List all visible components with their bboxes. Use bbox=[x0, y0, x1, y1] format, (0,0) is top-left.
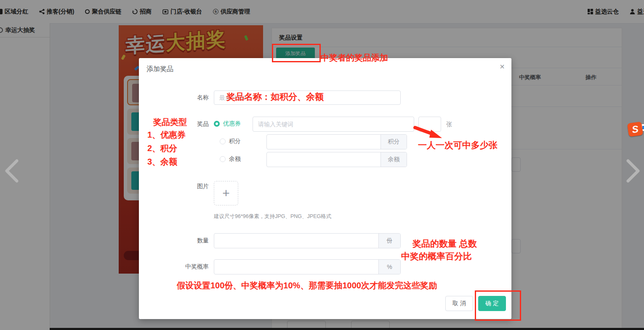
screenshot-tool-badge[interactable]: S bbox=[627, 122, 643, 137]
coupon-keyword-input-wrap bbox=[253, 117, 414, 132]
chevron-right-icon bbox=[625, 159, 641, 183]
quantity-field-label: 数量 bbox=[139, 237, 209, 245]
annotation-type-item: 1、优惠券 bbox=[147, 129, 186, 141]
screen: 区域分红 推客(分销) 聚合供应链 招商 bbox=[0, 0, 644, 330]
annotation-probability-note: 中奖的概率百分比 bbox=[401, 250, 472, 262]
radio-points[interactable] bbox=[220, 138, 226, 144]
annotation-arrow bbox=[413, 125, 445, 140]
image-field-label: 图片 bbox=[139, 183, 209, 190]
annotation-quantity-note: 奖品的数量 总数 bbox=[412, 238, 477, 250]
annotation-type-item: 2、积分 bbox=[147, 143, 177, 154]
coupon-keyword-input[interactable] bbox=[253, 117, 414, 131]
cancel-button[interactable]: 取 消 bbox=[445, 296, 473, 311]
radio-coupon-label[interactable]: 优惠券 bbox=[223, 120, 241, 128]
annotation-name-note: 奖品名称：如积分、余额 bbox=[226, 91, 324, 103]
annotation-per-draw-note: 一人一次可中多少张 bbox=[418, 139, 498, 151]
radio-coupon[interactable] bbox=[214, 121, 220, 127]
carousel-next-button[interactable] bbox=[625, 159, 641, 184]
carousel-prev-button[interactable] bbox=[3, 159, 20, 184]
probability-input[interactable] bbox=[214, 260, 379, 274]
quantity-input[interactable] bbox=[214, 234, 379, 248]
close-icon[interactable]: × bbox=[500, 62, 505, 71]
balance-suffix: 余额 bbox=[381, 152, 407, 167]
annotation-type-title: 奖品类型 bbox=[153, 117, 187, 128]
annotation-rect-confirm-button bbox=[475, 290, 521, 321]
watermark-letter: S bbox=[631, 123, 639, 136]
chevron-left-icon bbox=[3, 159, 20, 183]
watermark-flag-blue bbox=[642, 126, 644, 129]
annotation-type-item: 3、余额 bbox=[147, 156, 177, 168]
image-hint: 建议尺寸96*96像素，支持JPG、PNG、JPEG格式 bbox=[214, 213, 331, 220]
balance-input-wrap: 余额 bbox=[266, 152, 407, 167]
probability-field-label: 中奖概率 bbox=[139, 263, 209, 271]
points-suffix: 积分 bbox=[381, 135, 407, 149]
points-input-wrap: 积分 bbox=[266, 134, 407, 149]
quantity-input-wrap: 份 bbox=[214, 233, 401, 248]
annotation-add-note: 中奖者的奖品添加 bbox=[321, 52, 388, 64]
radio-balance[interactable] bbox=[220, 156, 226, 162]
annotation-example-note: 假设设置100份、中奖概率为10%、那需要抽1000次才能发完这些奖励 bbox=[177, 280, 437, 291]
radio-points-label[interactable]: 积分 bbox=[229, 138, 241, 145]
radio-balance-label[interactable]: 余额 bbox=[229, 155, 241, 163]
plus-icon: + bbox=[222, 186, 230, 200]
balance-input[interactable] bbox=[267, 152, 381, 167]
annotation-rect-add-button bbox=[272, 44, 321, 62]
probability-suffix: % bbox=[378, 260, 400, 274]
points-input[interactable] bbox=[267, 135, 381, 149]
coupon-unit-label: 张 bbox=[446, 121, 452, 128]
name-field-label: 名称 bbox=[139, 94, 209, 101]
quantity-suffix: 份 bbox=[378, 234, 400, 248]
modal-title: 添加奖品 bbox=[146, 65, 173, 74]
probability-input-wrap: % bbox=[214, 259, 401, 274]
image-upload-box[interactable]: + bbox=[214, 181, 238, 205]
